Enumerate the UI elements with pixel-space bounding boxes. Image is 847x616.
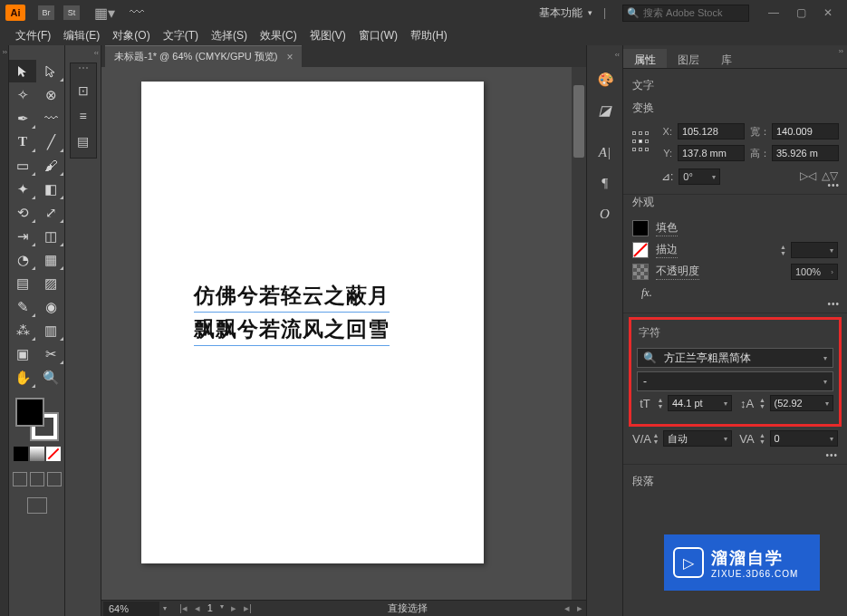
section-menu-icon[interactable]: •••	[827, 299, 840, 309]
gradient-color-icon[interactable]	[30, 447, 44, 461]
chevron-down-icon[interactable]: ▾	[163, 604, 167, 612]
menu-type[interactable]: 文字(T)	[157, 28, 205, 43]
tab-properties[interactable]: 属性	[623, 49, 667, 68]
menu-view[interactable]: 视图(V)	[303, 28, 352, 43]
chevron-down-icon[interactable]: ▾	[220, 602, 224, 614]
type-tool[interactable]: T	[9, 130, 36, 153]
stepper-icon[interactable]: ▲▼	[655, 397, 666, 409]
prev-icon[interactable]: ◂	[195, 602, 200, 614]
color-picker[interactable]	[15, 398, 59, 441]
swatches-panel-icon[interactable]: ◪	[592, 98, 618, 123]
w-input[interactable]	[772, 123, 839, 140]
opentype-panel-icon[interactable]: O	[592, 201, 618, 226]
pen-tool[interactable]: ✒	[9, 107, 36, 130]
left-dock-collapse[interactable]: ››	[0, 45, 9, 616]
magic-wand-tool[interactable]: ✧	[9, 83, 36, 106]
draw-normal-icon[interactable]	[13, 472, 27, 486]
artboard-tool[interactable]: ▣	[9, 342, 36, 365]
menu-help[interactable]: 帮助(H)	[404, 28, 454, 43]
screen-mode-button[interactable]	[27, 497, 47, 514]
character-panel-icon[interactable]: A|	[592, 140, 618, 165]
lasso-tool[interactable]: ⊗	[37, 83, 64, 106]
canvas-viewport[interactable]: 仿佛兮若轻云之蔽月 飘飘兮若流风之回雪	[101, 67, 586, 600]
stroke-label[interactable]: 描边	[656, 242, 678, 258]
menu-edit[interactable]: 编辑(E)	[57, 28, 106, 43]
none-color-icon[interactable]	[46, 447, 61, 461]
shape-builder-tool[interactable]: ◔	[9, 248, 36, 271]
zoom-readout[interactable]: 64%	[103, 602, 159, 616]
vertical-scrollbar[interactable]	[572, 67, 586, 600]
scroll-left-icon[interactable]: ◂	[564, 602, 570, 614]
menu-window[interactable]: 窗口(W)	[352, 28, 404, 43]
draw-inside-icon[interactable]	[47, 472, 62, 486]
paintbrush-tool[interactable]: 🖌	[37, 154, 64, 177]
chevron-right-icon[interactable]: ››	[839, 47, 843, 55]
minimize-button[interactable]: —	[760, 4, 787, 22]
stroke-weight-stepper[interactable]: ▲▼	[780, 244, 791, 256]
width-tool[interactable]: ⇥	[9, 225, 36, 247]
x-input[interactable]	[678, 123, 745, 140]
opacity-label[interactable]: 不透明度	[656, 264, 699, 280]
stroke-swatch[interactable]	[632, 242, 649, 258]
blend-tool[interactable]: ◉	[37, 295, 64, 318]
solid-color-icon[interactable]	[14, 447, 28, 461]
text-object[interactable]: 仿佛兮若轻云之蔽月 飘飘兮若流风之回雪	[194, 279, 390, 346]
hand-tool[interactable]: ✋	[9, 366, 36, 389]
opacity-input[interactable]: 100%›	[791, 264, 838, 280]
shaper-tool[interactable]: ✦	[9, 178, 36, 200]
chevron-left-icon[interactable]: ‹‹	[94, 49, 99, 57]
section-menu-icon[interactable]: •••	[632, 450, 838, 460]
document-tab[interactable]: 未标题-1* @ 64% (CMYK/GPU 预览) ×	[105, 45, 302, 67]
next-icon[interactable]: ▸	[231, 602, 236, 614]
flip-horizontal-icon[interactable]: ▷◁	[800, 169, 816, 184]
stepper-icon[interactable]: ▲▼	[650, 432, 661, 445]
eraser-tool[interactable]: ◧	[37, 178, 64, 200]
menu-effect[interactable]: 效果(C)	[254, 28, 303, 43]
scroll-right-icon[interactable]: ▸	[577, 602, 582, 614]
tab-layers[interactable]: 图层	[667, 49, 710, 68]
workspace-switcher[interactable]: 基本功能 ▾ |	[539, 5, 606, 21]
fill-label[interactable]: 填色	[656, 220, 678, 236]
reference-point-widget[interactable]	[632, 131, 649, 153]
free-transform-tool[interactable]: ◫	[37, 225, 64, 247]
fill-color[interactable]	[15, 398, 44, 427]
perspective-grid-tool[interactable]: ▦	[37, 248, 64, 271]
color-panel-icon[interactable]: 🎨	[592, 67, 618, 92]
line-tool[interactable]: ╱	[37, 130, 64, 153]
dock-icon-2[interactable]: ≡	[72, 105, 94, 127]
symbol-sprayer-tool[interactable]: ⁂	[9, 319, 36, 342]
fill-swatch[interactable]	[632, 220, 649, 236]
dock-icon-1[interactable]: ⊡	[72, 80, 94, 101]
draw-behind-icon[interactable]	[30, 472, 44, 486]
selection-tool[interactable]	[9, 60, 36, 82]
tracking-field[interactable]: VA ▲▼ 0▾	[739, 430, 839, 447]
leading-field[interactable]: ↕A ▲▼ (52.92▾	[739, 395, 834, 411]
drag-handle-icon[interactable]	[74, 67, 92, 74]
arrange-docs-icon[interactable]: ▦▾	[94, 5, 115, 22]
section-menu-icon[interactable]: •••	[827, 180, 840, 190]
paragraph-panel-icon[interactable]: ¶	[592, 170, 618, 196]
menu-file[interactable]: 文件(F)	[9, 28, 57, 43]
stock-icon[interactable]: St	[63, 5, 80, 20]
mesh-tool[interactable]: ▤	[9, 272, 36, 294]
font-size-field[interactable]: tT ▲▼ 44.1 pt▾	[637, 395, 732, 411]
fx-button[interactable]: fx.	[632, 283, 838, 303]
last-icon[interactable]: ▸|	[244, 602, 252, 614]
slice-tool[interactable]: ✂	[37, 342, 64, 365]
first-icon[interactable]: |◂	[179, 602, 188, 614]
menu-select[interactable]: 选择(S)	[205, 28, 254, 43]
tab-libraries[interactable]: 库	[710, 49, 743, 68]
angle-input[interactable]: 0°▾	[679, 168, 720, 185]
zoom-tool[interactable]: 🔍	[37, 366, 64, 389]
bridge-icon[interactable]: Br	[38, 5, 54, 20]
close-button[interactable]: ✕	[814, 4, 842, 22]
kerning-field[interactable]: V/A ▲▼ 自动▾	[632, 430, 732, 447]
curvature-tool[interactable]: 〰	[37, 107, 64, 130]
scale-tool[interactable]: ⤢	[37, 201, 64, 224]
maximize-button[interactable]: ▢	[787, 4, 814, 22]
brush-icon[interactable]: 〰	[130, 5, 144, 21]
chevron-left-icon[interactable]: ‹‹	[615, 51, 620, 59]
stock-search-input[interactable]	[643, 7, 745, 18]
font-style-dropdown[interactable]: - ▾	[637, 371, 833, 391]
direct-selection-tool[interactable]	[37, 60, 64, 82]
